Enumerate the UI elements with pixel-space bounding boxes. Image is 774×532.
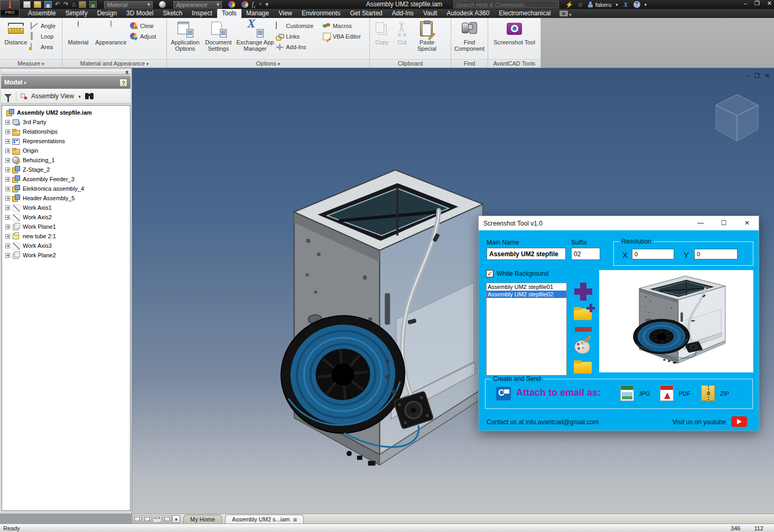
open-folder-icon[interactable] — [574, 360, 593, 374]
expand-icon[interactable] — [5, 225, 10, 229]
view-mode-dropdown[interactable]: Assembly View — [31, 92, 74, 100]
exchange-apps-icon[interactable]: X — [623, 1, 628, 9]
panel-title-measure[interactable]: Measure — [0, 59, 62, 68]
vba-editor-button[interactable]: VBA Editor — [323, 32, 367, 41]
tree-item-work-plane1[interactable]: Work Plane1 — [2, 222, 130, 231]
zip-file-icon[interactable] — [701, 385, 715, 401]
expand-icon[interactable] — [5, 186, 10, 191]
expand-icon[interactable] — [5, 129, 10, 134]
tab-vault[interactable]: Vault — [418, 9, 442, 18]
tab-sketch[interactable]: Sketch — [158, 9, 187, 18]
browser-search-icon[interactable] — [85, 93, 94, 99]
tile-vertical-icon[interactable] — [163, 515, 172, 523]
angle-button[interactable]: Angle — [31, 22, 55, 30]
expand-icon[interactable] — [5, 215, 10, 220]
tree-item-z-stage[interactable]: Z-Stage_2 — [2, 165, 130, 174]
expand-icon[interactable] — [5, 167, 10, 172]
tree-item-header-assembly[interactable]: Header Assembly_5 — [2, 193, 130, 203]
view-mode-chevron-icon[interactable] — [78, 92, 81, 100]
open-file-icon[interactable] — [34, 1, 41, 8]
suffix-input[interactable] — [571, 248, 600, 260]
tree-item-relationships[interactable]: Relationships — [2, 127, 130, 136]
adjust-appearance-icon[interactable] — [241, 1, 248, 8]
browser-grip-bar[interactable]: x — [1, 70, 130, 75]
help-search-box[interactable] — [453, 1, 559, 8]
tab-tools[interactable]: Tools — [217, 9, 241, 18]
tab-electromechanical[interactable]: Electromechanical — [494, 9, 555, 18]
youtube-play-button[interactable] — [731, 416, 747, 427]
expand-icon[interactable] — [5, 244, 10, 248]
component-icon[interactable] — [89, 1, 97, 8]
new-file-icon[interactable] — [23, 1, 31, 8]
list-item[interactable]: Assembly UM2 stepfile01 — [487, 283, 566, 291]
add-screenshot-icon[interactable] — [574, 283, 592, 301]
pen-bolt-icon[interactable]: ⚡ — [565, 1, 573, 8]
doc-restore-icon[interactable]: ❐ — [754, 72, 760, 79]
toolbar-overflow-icon[interactable]: ▾ — [265, 1, 268, 8]
dialog-maximize-icon[interactable]: ☐ — [712, 216, 735, 230]
browser-title-dropdown[interactable]: Model — [4, 79, 26, 86]
tree-item-work-axis2[interactable]: Work Axis2 — [2, 212, 130, 222]
add-folder-icon[interactable] — [574, 307, 593, 321]
favorites-star-icon[interactable]: ☆ — [577, 1, 583, 8]
screenshot-tool-button[interactable]: Screenshot Tool — [490, 20, 538, 45]
find-component-button[interactable]: Find Component — [453, 20, 486, 52]
redo-icon[interactable]: ↷ — [63, 1, 69, 8]
tile-horizontal-icon[interactable] — [153, 515, 162, 523]
maximize-icon[interactable]: ❐ — [754, 0, 760, 7]
minimize-icon[interactable]: – — [744, 0, 747, 7]
exchange-app-manager-button[interactable]: X Exchange App Manager — [236, 20, 275, 52]
remove-screenshot-icon[interactable] — [575, 327, 592, 332]
material-combobox[interactable]: Material — [104, 1, 153, 8]
resolution-x-input[interactable] — [632, 249, 674, 259]
expand-icon[interactable] — [5, 148, 10, 153]
tab-3d-model[interactable]: 3D Model — [122, 9, 158, 18]
doc-minimize-icon[interactable]: – — [746, 72, 749, 79]
search-input[interactable] — [454, 2, 558, 8]
expand-icon[interactable] — [5, 206, 10, 210]
expand-icon[interactable] — [5, 177, 10, 182]
panel-title-clipboard[interactable]: Clipboard — [370, 59, 451, 68]
tab-add-ins[interactable]: Add-Ins — [387, 9, 418, 18]
distance-button[interactable]: Distance — [2, 20, 30, 45]
3d-viewport[interactable]: – ❐ ✕ — [132, 68, 774, 514]
tree-item-3rd-party[interactable]: 3rd Party — [2, 117, 130, 127]
tab-simplify[interactable]: Simplify — [61, 9, 92, 18]
printer-3d-model[interactable] — [263, 162, 488, 487]
appearance-combobox[interactable]: Appearance — [173, 1, 222, 8]
tab-my-home[interactable]: My Home — [183, 515, 222, 524]
close-icon[interactable]: ✕ — [767, 0, 772, 7]
tree-item-work-axis1[interactable]: Work Axis1 — [2, 203, 130, 212]
main-name-input[interactable] — [487, 248, 566, 260]
tab-view[interactable]: View — [274, 9, 297, 18]
user-avatar-icon[interactable] — [588, 2, 593, 8]
tab-close-icon[interactable]: ⊠ — [293, 517, 297, 522]
tab-autodesk-a360[interactable]: Autodesk A360 — [442, 9, 495, 18]
tree-item-work-plane2[interactable]: Work Plane2 — [2, 250, 130, 260]
tab-overflow-chevron-icon[interactable] — [569, 11, 572, 18]
document-settings-button[interactable]: Document Settings — [202, 20, 235, 52]
edit-palette-icon[interactable] — [574, 338, 592, 354]
clear-button[interactable]: Clear — [130, 22, 156, 30]
home-icon[interactable]: ⌂ — [72, 1, 76, 8]
application-options-button[interactable]: Application Options — [169, 20, 201, 52]
application-menu-button[interactable]: I PRO — [0, 0, 20, 18]
dialog-minimize-icon[interactable]: — — [689, 216, 712, 230]
panel-title-find[interactable]: Find — [451, 59, 488, 68]
cut-button[interactable]: Cut — [393, 20, 411, 45]
tree-item-origin[interactable]: Origin — [2, 146, 130, 155]
tab-design[interactable]: Design — [92, 9, 122, 18]
material-button[interactable]: Material — [64, 20, 92, 45]
tab-assemble[interactable]: Assemble — [23, 9, 61, 18]
material-sphere-icon[interactable] — [159, 1, 166, 8]
appearance-wheel-icon[interactable] — [228, 1, 235, 8]
user-name[interactable]: fakeru — [595, 2, 612, 8]
help-menu-chevron-icon[interactable]: ▾ — [645, 2, 647, 7]
dialog-close-icon[interactable]: ✕ — [735, 216, 759, 230]
jpg-file-icon[interactable] — [620, 385, 634, 401]
copy-button[interactable]: Copy — [372, 20, 392, 45]
adjust-button[interactable]: Adjust — [130, 32, 156, 41]
parameters-fx-icon[interactable]: fx — [251, 1, 255, 8]
save-icon[interactable] — [44, 1, 52, 8]
expand-icon[interactable] — [5, 139, 10, 144]
